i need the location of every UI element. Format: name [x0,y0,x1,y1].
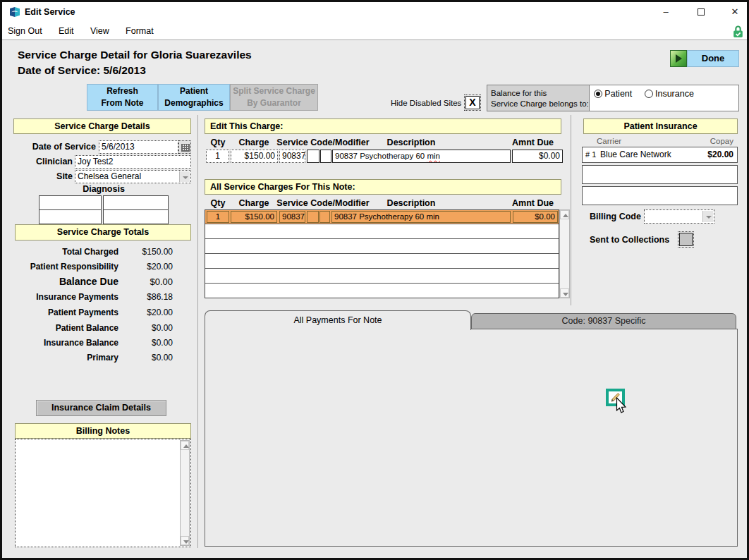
refresh-from-note-button[interactable]: Refresh From Note [87,84,158,111]
service-charge-details-header: Service Charge Details [13,118,191,134]
edit-this-charge-header: Edit This Charge: [205,118,561,134]
copay-column-label: Copay [691,137,733,145]
charge-row-empty[interactable] [205,269,559,284]
billing-code-select[interactable] [644,209,714,224]
primary-label: Primary [13,353,118,363]
charge-qty: 1 [207,211,229,223]
payments-panel [205,329,738,547]
menu-bar: Sign Out Edit View Format [2,22,747,40]
date-of-service-label: Date of Service [13,142,96,152]
charge-row-empty[interactable] [205,284,559,298]
charges-col-qty: Qty [206,198,230,208]
charge-amount: $150.00 [231,211,277,223]
all-service-charges-table: 1 $150.00 90837 90837 Psychotherapy 60 m… [205,209,559,298]
edit-charge-input[interactable]: $150.00 [231,150,278,163]
radio-patient-label: Patient [604,89,632,99]
insurance-row-1[interactable]: # 1 Blue Care Network $20.00 [582,147,738,163]
edit-service-window: Edit Service – ✕ Sign Out Edit View Form… [0,0,749,560]
tab-code-specific[interactable]: Code: 90837 Specific [471,313,736,329]
charges-col-code: Service Code/Modifier [270,198,376,208]
edit-modifier1-input[interactable] [307,150,319,163]
insurance-row-3[interactable] [582,186,738,205]
patient-payments-value: $20.00 [122,308,173,317]
scroll-up-icon[interactable] [181,441,189,450]
charge-row-empty[interactable] [205,254,559,269]
charge-row-empty[interactable] [205,224,559,239]
diagnosis-input-1[interactable] [39,195,102,210]
scroll-up-icon[interactable] [560,210,569,219]
balance-belongs-to-group: Patient Insurance [590,85,739,111]
date-of-service-input[interactable]: 5/6/2013 [99,140,178,154]
chevron-down-icon[interactable] [179,171,190,182]
billing-notes-header: Billing Notes [15,423,191,439]
menu-view[interactable]: View [83,22,116,36]
charges-scrollbar[interactable] [559,209,570,298]
split-service-charge-button[interactable]: Split Service Charge By Guarantor [230,84,318,111]
menu-format[interactable]: Format [118,22,161,36]
minimize-button[interactable]: – [654,2,678,22]
charges-col-amnt-due: Amnt Due [503,198,563,208]
insurance-balance-label: Insurance Balance [13,338,118,348]
edit-qty-input[interactable]: 1 [206,150,229,163]
edit-amnt-due-input[interactable]: $0.00 [512,150,563,163]
charge-code: 90837 [279,211,305,223]
total-charged-value: $150.00 [122,247,173,257]
calendar-icon[interactable] [178,140,191,154]
clinician-input[interactable]: Joy Test2 [75,155,191,169]
description-misspelled-word: min [427,152,440,160]
sent-to-collections-label: Sent to Collections [590,235,669,245]
balance-due-label: Balance Due [13,276,118,287]
description-text: 90837 Psychotherapy 60 [335,152,427,160]
radio-insurance[interactable]: Insurance [645,89,694,99]
charge-modifier2 [319,211,330,223]
charge-row-empty[interactable] [205,239,559,254]
insurance-row-2[interactable] [582,165,738,184]
diagnosis-input-4[interactable] [103,210,169,224]
hide-disabled-sites-label: Hide Disabled Sites [391,99,461,107]
chevron-down-icon[interactable] [702,211,713,222]
edit-col-qty: Qty [206,138,230,147]
charges-col-description: Description [369,198,453,208]
billing-notes-scrollbar[interactable] [180,440,190,546]
charge-modifier1 [307,211,319,223]
charge-amnt-due: $0.00 [513,211,558,223]
site-label: Site [13,171,73,181]
patient-responsibility-label: Patient Responsibility [13,262,118,272]
diagnosis-input-2[interactable] [103,195,169,210]
menu-sign-out[interactable]: Sign Out [2,22,49,36]
done-button[interactable]: Done [687,50,739,67]
billing-notes-textarea[interactable] [15,439,191,547]
edit-description-input[interactable]: 90837 Psychotherapy 60 min [332,150,511,163]
menu-edit[interactable]: Edit [51,22,81,36]
app-logo-icon [9,6,20,18]
page-title: Service Charge Detail for Gloria Suareza… [18,49,252,61]
insurance-payments-label: Insurance Payments [13,292,118,302]
edit-code-input[interactable]: 90837 [279,150,305,163]
hide-disabled-sites-checkbox[interactable]: X [465,96,480,109]
scroll-down-icon[interactable] [181,536,189,545]
diagnosis-input-3[interactable] [39,210,102,224]
window-title: Edit Service [25,7,75,17]
pane-divider-right [571,115,571,305]
close-button[interactable]: ✕ [723,2,747,22]
charge-description: 90837 Psychotherapy 60 min [331,211,511,223]
tab-all-payments[interactable]: All Payments For Note [205,310,471,330]
edit-modifier2-input[interactable] [320,150,331,163]
radio-patient[interactable]: Patient [594,89,632,99]
sent-to-collections-checkbox[interactable] [679,233,693,246]
done-play-button[interactable] [670,50,687,67]
maximize-button[interactable] [689,2,713,22]
edit-col-description: Description [369,138,453,147]
edit-col-amnt-due: Amnt Due [503,138,563,147]
patient-demographics-button[interactable]: Patient Demographics [158,84,230,111]
insurance-copay: $20.00 [707,147,733,162]
insurance-claim-details-button[interactable]: Insurance Claim Details [36,400,166,416]
site-select[interactable]: Chelsea General [75,170,191,183]
scroll-down-icon[interactable] [560,288,569,298]
patient-insurance-header: Patient Insurance [583,118,738,134]
patient-balance-label: Patient Balance [13,323,118,333]
insurance-carrier: Blue Care Network [600,147,671,162]
radio-insurance-label: Insurance [655,89,694,99]
charge-row-selected[interactable]: 1 $150.00 90837 90837 Psychotherapy 60 m… [205,210,559,224]
billing-code-label: Billing Code [590,212,641,221]
